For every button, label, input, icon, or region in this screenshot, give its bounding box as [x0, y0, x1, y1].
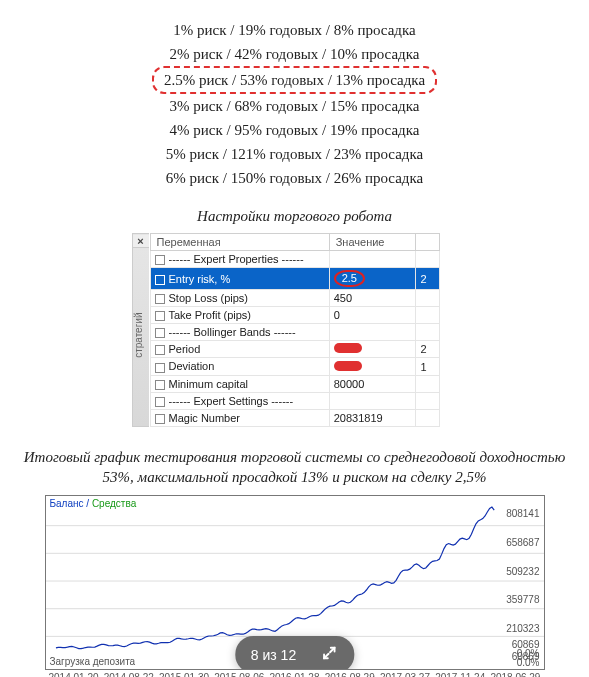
- table-row[interactable]: Entry risk, %2.52: [150, 268, 439, 290]
- settings-tbody: ------ Expert Properties ------Entry ris…: [150, 251, 439, 427]
- fullscreen-icon[interactable]: [320, 644, 338, 665]
- th-value: Значение: [329, 234, 416, 251]
- settings-table: Переменная Значение ------ Expert Proper…: [150, 233, 440, 427]
- th-extra: [416, 234, 439, 251]
- side-tab: × стратегий: [132, 233, 149, 427]
- table-row[interactable]: ------ Bollinger Bands ------: [150, 324, 439, 341]
- checkbox-icon[interactable]: [155, 380, 165, 390]
- overlay-counter: 8 из 12: [251, 647, 296, 663]
- param-value[interactable]: 20831819: [329, 409, 416, 426]
- param-name: Take Profit (pips): [169, 309, 252, 321]
- chart-legend: Баланс / Средства: [50, 498, 137, 509]
- table-row[interactable]: Deviation1: [150, 358, 439, 375]
- param-name: Deviation: [169, 360, 215, 372]
- risk-line: 2.5% риск / 53% годовых / 13% просадка: [15, 66, 574, 94]
- legend-balance: Баланс: [50, 498, 84, 509]
- pct-labels: 60869 0.0% 0.0%: [512, 640, 540, 667]
- param-name: ------ Expert Settings ------: [169, 395, 294, 407]
- risk-line: 4% риск / 95% годовых / 19% просадка: [15, 118, 574, 142]
- param-name: ------ Bollinger Bands ------: [169, 326, 296, 338]
- param-name: Entry risk, %: [169, 273, 231, 285]
- param-name: ------ Expert Properties ------: [169, 253, 304, 265]
- param-name: Period: [169, 343, 201, 355]
- checkbox-icon[interactable]: [155, 363, 165, 373]
- table-row[interactable]: ------ Expert Settings ------: [150, 392, 439, 409]
- table-row[interactable]: ------ Expert Properties ------: [150, 251, 439, 268]
- checkbox-icon[interactable]: [155, 311, 165, 321]
- param-value[interactable]: 0: [329, 307, 416, 324]
- close-icon[interactable]: ×: [133, 235, 149, 248]
- table-row[interactable]: Period2: [150, 341, 439, 358]
- final-caption: Итоговый график тестирования торговой си…: [15, 447, 574, 488]
- risk-line: 6% риск / 150% годовых / 26% просадка: [15, 166, 574, 190]
- risk-line: 2% риск / 42% годовых / 10% просадка: [15, 42, 574, 66]
- table-row[interactable]: Minimum capital80000: [150, 375, 439, 392]
- checkbox-icon[interactable]: [155, 414, 165, 424]
- param-value[interactable]: [329, 392, 416, 409]
- param-name: Minimum capital: [169, 378, 248, 390]
- risk-line: 3% риск / 68% годовых / 15% просадка: [15, 94, 574, 118]
- checkbox-icon[interactable]: [155, 397, 165, 407]
- param-value[interactable]: [329, 358, 416, 375]
- param-value[interactable]: [329, 324, 416, 341]
- table-row[interactable]: Magic Number20831819: [150, 409, 439, 426]
- param-value[interactable]: 80000: [329, 375, 416, 392]
- param-value[interactable]: 2.5: [329, 268, 416, 290]
- param-value[interactable]: [329, 341, 416, 358]
- param-name: Magic Number: [169, 412, 241, 424]
- y-axis-labels: 80814165868750923235977821032360869: [498, 496, 540, 651]
- lightbox-overlay: 8 из 12: [235, 636, 354, 670]
- param-value[interactable]: 450: [329, 290, 416, 307]
- chart-footer: Загрузка депозита: [50, 656, 136, 667]
- equity-chart: Баланс / Средства 8081416586875092323597…: [45, 495, 545, 677]
- table-row[interactable]: Take Profit (pips)0: [150, 307, 439, 324]
- th-variable: Переменная: [150, 234, 329, 251]
- equity-path: [55, 507, 493, 649]
- param-value[interactable]: [329, 251, 416, 268]
- checkbox-icon[interactable]: [155, 328, 165, 338]
- settings-title: Настройки торгового робота: [15, 208, 574, 225]
- param-name: Stop Loss (pips): [169, 292, 248, 304]
- risk-line: 5% риск / 121% годовых / 23% просадка: [15, 142, 574, 166]
- risk-line-list: 1% риск / 19% годовых / 8% просадка2% ри…: [15, 18, 574, 190]
- risk-line: 1% риск / 19% годовых / 8% просадка: [15, 18, 574, 42]
- legend-equity: Средства: [92, 498, 136, 509]
- table-row[interactable]: Stop Loss (pips)450: [150, 290, 439, 307]
- checkbox-icon[interactable]: [155, 345, 165, 355]
- side-tab-label: стратегий: [133, 248, 149, 422]
- checkbox-icon[interactable]: [155, 255, 165, 265]
- x-axis-labels: 2014.01.202014.08.222015.01.302015.08.06…: [49, 672, 541, 677]
- checkbox-icon[interactable]: [155, 275, 165, 285]
- checkbox-icon[interactable]: [155, 294, 165, 304]
- settings-panel: × стратегий Переменная Значение ------ E…: [150, 233, 440, 427]
